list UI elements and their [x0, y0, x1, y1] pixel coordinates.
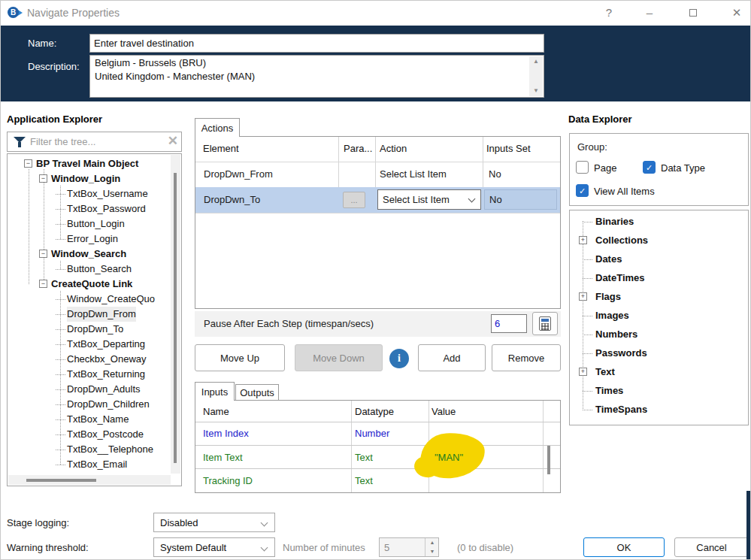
tree-item-txtbox-username[interactable]: TxtBox_Username	[8, 186, 169, 201]
ok-button[interactable]: OK	[583, 537, 665, 557]
tab-actions[interactable]: Actions	[195, 118, 240, 137]
collapse-icon[interactable]: −	[24, 159, 32, 168]
name-input[interactable]	[89, 34, 544, 53]
stage-logging-value: Disabled	[160, 517, 198, 528]
tree-connector	[56, 419, 65, 420]
tree-connector	[583, 278, 592, 279]
tree-item-txtbox-returning[interactable]: TxtBox_Returning	[8, 367, 169, 382]
tree-item-txtbox-telephone[interactable]: TxtBox__Telephone	[8, 442, 169, 457]
application-explorer-title: Application Explorer	[7, 114, 102, 125]
tree-item-datetimes[interactable]: DateTimes	[570, 268, 731, 287]
tree-item-button-login[interactable]: Button_Login	[8, 216, 169, 232]
add-button[interactable]: Add	[418, 344, 486, 371]
description-input[interactable]: Belgium - Brussels (BRU) United Kingdom …	[89, 55, 544, 98]
warning-threshold-value: System Default	[160, 542, 226, 553]
tree-item-images[interactable]: Images	[570, 306, 731, 325]
scroll-up-icon[interactable]: ▲	[529, 56, 543, 67]
scrollbar-thumb[interactable]	[547, 446, 550, 474]
tree-item-binaries[interactable]: Binaries	[570, 212, 731, 231]
tree-item-label: DropDwn_To	[67, 322, 123, 337]
inputs-set-cell: No	[489, 168, 501, 180]
tree-item-label: TxtBox_Name	[67, 412, 129, 427]
minutes-spinner[interactable]: 5 ▲ ▼	[379, 537, 439, 557]
expand-icon[interactable]: +	[579, 236, 587, 244]
tree-item-text[interactable]: +Text	[570, 362, 731, 381]
tree-item-txtbox-name[interactable]: TxtBox_Name	[8, 412, 169, 427]
clear-filter-icon[interactable]: ✕	[168, 133, 178, 149]
tree-item-window-search[interactable]: −Window_Search	[8, 247, 169, 262]
stage-logging-select[interactable]: Disabled	[153, 513, 275, 532]
pause-value-input[interactable]	[491, 314, 527, 333]
table-row[interactable]: DropDwn_From Select List Item No	[195, 162, 560, 187]
calculator-button[interactable]	[532, 312, 558, 335]
tree-item-label: TxtBox_Username	[67, 186, 148, 201]
tree-item-dropdwn-to[interactable]: DropDwn_To	[8, 322, 169, 337]
filter-tree-input[interactable]	[30, 134, 162, 150]
help-icon[interactable]: ?	[598, 4, 619, 22]
chevron-down-icon	[261, 544, 268, 552]
warning-threshold-select[interactable]: System Default	[153, 537, 275, 557]
tree-item-txtbox-password[interactable]: TxtBox_Password	[8, 201, 169, 216]
tree-item-button-search[interactable]: Button_Search	[8, 262, 169, 277]
tree-horizontal-scrollbar[interactable]	[8, 475, 171, 485]
tree-item-dropdwn-adults[interactable]: DropDwn_Adults	[8, 382, 169, 397]
spinner-buttons[interactable]: ▲ ▼	[425, 538, 438, 556]
tree-item-numbers[interactable]: Numbers	[570, 325, 731, 344]
tree-item-txtbox-email[interactable]: TxtBox_Email	[8, 457, 169, 472]
move-up-button[interactable]: Move Up	[195, 344, 285, 371]
column-header: Element	[203, 143, 239, 154]
params-ellipsis-button[interactable]: ...	[343, 192, 365, 208]
info-icon[interactable]: i	[389, 349, 409, 368]
collapse-icon[interactable]: −	[39, 250, 47, 258]
scrollbar-thumb[interactable]	[26, 479, 96, 482]
view-all-items-checkbox[interactable]: ✓	[576, 184, 589, 197]
tree-item-dropdwn-from[interactable]: DropDwn_From	[8, 307, 169, 322]
tree-item-dates[interactable]: Dates	[570, 250, 731, 268]
tree-item-window-createquo[interactable]: Window_CreateQuo	[8, 292, 169, 307]
tree-connector	[583, 334, 592, 335]
collapse-icon[interactable]: −	[39, 280, 47, 288]
inputs-set-cell: No	[484, 189, 557, 210]
tree-item-passwords[interactable]: Passwords	[570, 344, 731, 362]
close-icon[interactable]: ✕	[726, 4, 747, 22]
tree-item-flags[interactable]: +Flags	[570, 287, 731, 306]
tree-item-createquote-link[interactable]: −CreateQuote Link	[8, 277, 169, 292]
tree-item-error-login[interactable]: Error_Login	[8, 232, 169, 247]
tree-item-txtbox-departing[interactable]: TxtBox_Departing	[8, 337, 169, 352]
element-cell: DropDwn_To	[204, 194, 260, 205]
scroll-down-icon[interactable]: ▼	[529, 86, 543, 96]
tree-item-collections[interactable]: +Collections	[570, 231, 731, 250]
tree-item-times[interactable]: Times	[570, 381, 731, 400]
description-scrollbar[interactable]: ▲ ▼	[529, 56, 543, 96]
cancel-button[interactable]: Cancel	[674, 537, 749, 557]
minimize-icon[interactable]: –	[639, 4, 660, 22]
actions-table-header: Element Para... Action Inputs Set	[195, 137, 560, 162]
maximize-icon[interactable]	[683, 4, 704, 22]
scrollbar-thumb[interactable]	[174, 173, 177, 463]
tree-item-label: Error_Login	[67, 232, 118, 247]
chevron-down-icon	[261, 519, 268, 527]
tab-outputs[interactable]: Outputs	[235, 384, 279, 401]
collapse-icon[interactable]: −	[39, 174, 47, 183]
remove-button[interactable]: Remove	[492, 344, 561, 371]
tab-inputs[interactable]: Inputs	[195, 382, 235, 401]
action-select[interactable]: Select List Item	[377, 189, 481, 210]
tree-vertical-scrollbar[interactable]	[171, 155, 180, 474]
spinner-up-icon[interactable]: ▲	[425, 538, 439, 547]
tree-item-txtbox-postcode[interactable]: TxtBox_Postcode	[8, 427, 169, 442]
expand-icon[interactable]: +	[579, 368, 587, 376]
tree-item-dropdwn-children[interactable]: DropDwn_Children	[8, 397, 169, 412]
expand-icon[interactable]: +	[579, 292, 587, 301]
tree-item-bp-travel-main-object[interactable]: −BP Travel Main Object	[8, 156, 169, 171]
logo-ball: B	[8, 7, 19, 18]
tree-item-label: Window_Search	[51, 247, 126, 262]
move-down-button[interactable]: Move Down	[295, 344, 383, 371]
input-value[interactable]: "MAN"	[435, 452, 463, 463]
tree-item-checkbx-oneway[interactable]: Checkbx_Oneway	[8, 352, 169, 367]
tree-item-window-login[interactable]: −Window_Login	[8, 171, 169, 186]
data-type-checkbox[interactable]: ✓	[643, 161, 656, 174]
page-checkbox[interactable]	[576, 161, 589, 174]
tree-item-timespans[interactable]: TimeSpans	[570, 400, 731, 419]
spinner-down-icon[interactable]: ▼	[425, 547, 439, 556]
table-row-selected[interactable]: DropDwn_To ... Select List Item No	[195, 187, 560, 213]
